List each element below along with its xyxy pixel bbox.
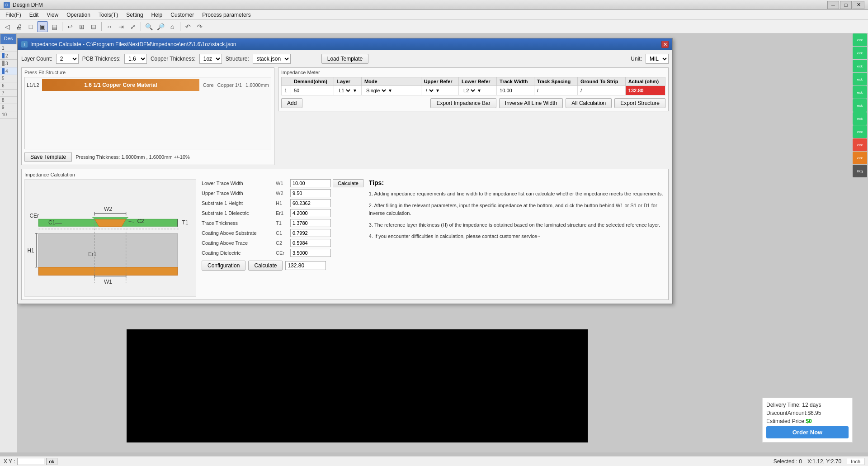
sidebar-item-1[interactable]: 1 [0, 45, 17, 52]
unit-label[interactable]: Inch [847, 458, 864, 465]
param-input-cer[interactable] [290, 249, 331, 257]
green-btn-2[interactable]: eck [853, 47, 867, 59]
layer-count-select[interactable]: 246 [56, 54, 79, 64]
close-btn[interactable]: ✕ [853, 1, 864, 9]
param-input-c1[interactable] [290, 229, 331, 237]
dialog-close-btn[interactable]: ✕ [661, 41, 669, 48]
stack-copper-label: Copper 1/1 [217, 82, 242, 88]
menu-help[interactable]: Help [148, 11, 166, 19]
xy-input[interactable] [17, 458, 44, 465]
minimize-btn[interactable]: ─ [827, 1, 839, 9]
sidebar-tab-des[interactable]: Des [0, 33, 17, 44]
sidebar-item-8[interactable]: 8 [0, 97, 17, 104]
green-btn-1[interactable]: eck [853, 33, 867, 46]
toolbar-redo-btn[interactable]: ↷ [194, 21, 205, 32]
sidebar-item-3[interactable]: 3 [0, 60, 17, 67]
toolbar-home-btn[interactable]: ⌂ [167, 21, 178, 32]
structure-select[interactable]: stack.json [253, 54, 291, 64]
sidebar-item-7[interactable]: 7 [0, 90, 17, 97]
row-lower-select[interactable]: L2 [462, 87, 476, 94]
param-code-h1: H1 [276, 200, 288, 206]
sidebar-item-9[interactable]: 9 [0, 104, 17, 111]
menu-setting[interactable]: Setting [123, 11, 146, 19]
ok-btn[interactable]: ok [46, 458, 58, 465]
param-input-h1[interactable] [290, 199, 331, 207]
maximize-btn[interactable]: □ [840, 1, 852, 9]
calculate-btn2[interactable]: Calculate [248, 261, 283, 271]
result-input[interactable] [285, 261, 326, 270]
green-btn-4[interactable]: eck [853, 73, 867, 86]
menu-process[interactable]: Process parameters [198, 11, 254, 19]
svg-text:C2: C2 [137, 218, 145, 224]
sidebar-item-10[interactable]: 10 [0, 111, 17, 119]
unit-select[interactable]: MILMM [646, 54, 669, 64]
toolbar-grid-btn[interactable]: ⊞ [76, 21, 87, 32]
save-template-btn[interactable]: Save Template [24, 152, 72, 162]
black-area [127, 329, 588, 442]
menu-customer[interactable]: Customer [167, 11, 198, 19]
copper-thickness-select[interactable]: 1oz2oz [199, 54, 222, 64]
table-row: 1 50 L1 ▾ Single ▾ [282, 86, 665, 95]
param-label-w2: Upper Trace Width [202, 190, 274, 196]
stack-core-label: Core [203, 82, 214, 88]
add-btn[interactable]: Add [281, 98, 302, 108]
order-now-btn[interactable]: Order Now [766, 426, 849, 438]
green-btn-10[interactable]: eck [853, 152, 867, 164]
menu-edit[interactable]: Edit [26, 11, 42, 19]
row-mode-select[interactable]: Single [364, 87, 387, 94]
param-input-c2[interactable] [290, 239, 331, 247]
param-input-t1[interactable] [290, 219, 331, 227]
export-bar-btn[interactable]: Export Impadance Bar [430, 98, 496, 108]
menu-file[interactable]: File(F) [2, 11, 25, 19]
all-calc-btn[interactable]: All Calculation [566, 98, 612, 108]
toolbar-move-btn[interactable]: ⤢ [127, 21, 138, 32]
toolbar-undo-btn[interactable]: ↩ [65, 21, 75, 32]
toolbar-select-btn[interactable]: ▣ [37, 21, 48, 32]
row-upper-select[interactable]: / [424, 87, 435, 94]
toolbar-tab-btn[interactable]: ⇥ [116, 21, 127, 32]
impedance-calc-inner: W2 C2 C1 T1 CEr [24, 179, 665, 297]
sidebar-item-2[interactable]: 2 [0, 52, 17, 60]
toolbar-zoom-in-btn[interactable]: 🔍 [143, 21, 154, 32]
toolbar-frame-btn[interactable]: ▤ [49, 21, 60, 32]
pcb-thickness-select[interactable]: 1.60.82.0 [124, 54, 147, 64]
row-layer-select[interactable]: L1 [337, 87, 352, 94]
toolbar-zoom-out-btn[interactable]: 🔎 [155, 21, 166, 32]
menu-view[interactable]: View [43, 11, 62, 19]
green-btn-6[interactable]: eck [853, 99, 867, 112]
sidebar-item-6[interactable]: 6 [0, 82, 17, 90]
toolbar-print-btn[interactable]: 🖨 [14, 21, 24, 32]
impedance-calc-title: Impedance Calculation [24, 172, 665, 177]
diagram-area: W2 C2 C1 T1 CEr [24, 179, 196, 297]
toolbar-ungrid-btn[interactable]: ⊟ [88, 21, 99, 32]
green-btn-3[interactable]: eck [853, 60, 867, 72]
param-row-er1: Substrate 1 Dielectric Er1 [202, 209, 363, 217]
green-btn-7[interactable]: eck [853, 112, 867, 125]
row-lower: L2 ▾ [459, 86, 497, 95]
toolbar-undo2-btn[interactable]: ↶ [183, 21, 193, 32]
export-structure-btn[interactable]: Export Structure [614, 98, 665, 108]
green-btn-11[interactable]: 6kg [853, 165, 867, 177]
load-template-btn[interactable]: Load Template [321, 54, 369, 64]
param-row-c1: Coating Above Substrate C1 [202, 229, 363, 237]
tips-item-3: 3. The reference layer thickness (H) of … [369, 221, 665, 229]
calculate-w1-btn[interactable]: Calculate [333, 179, 363, 187]
tips-item-2: 2. After filling in the relevant paramet… [369, 202, 665, 218]
inverse-all-btn[interactable]: Inverse All Line Width [499, 98, 563, 108]
row-mode: Single ▾ [361, 86, 421, 95]
pcb-thickness-label: PCB Thickness: [82, 56, 121, 62]
green-btn-5[interactable]: eck [853, 86, 867, 99]
param-input-w1[interactable] [290, 179, 331, 187]
green-btn-9[interactable]: eck [853, 138, 867, 151]
toolbar-back-btn[interactable]: ◁ [2, 21, 13, 32]
sidebar-item-5[interactable]: 5 [0, 75, 17, 82]
param-input-er1[interactable] [290, 209, 331, 217]
param-input-w2[interactable] [290, 189, 331, 197]
configuration-btn[interactable]: Configuration [202, 261, 245, 271]
green-btn-8[interactable]: eck [853, 125, 867, 138]
menu-tools[interactable]: Tools(T) [95, 11, 122, 19]
sidebar-item-4[interactable]: 4 [0, 67, 17, 75]
menu-operation[interactable]: Operation [63, 11, 94, 19]
toolbar-arrow-btn[interactable]: ↔ [104, 21, 115, 32]
toolbar-window-btn[interactable]: □ [25, 21, 36, 32]
